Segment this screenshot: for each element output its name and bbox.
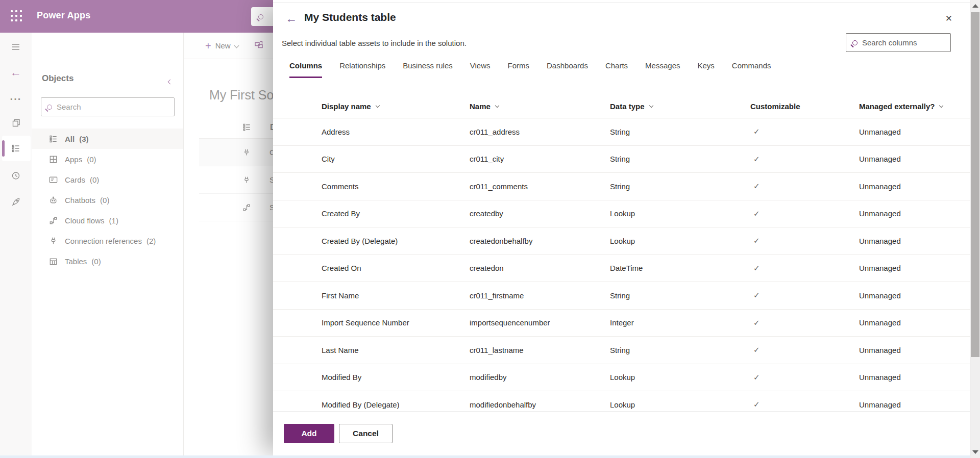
cell-display-name: Created By (Delegate) (322, 237, 470, 245)
customizable-checkmark-icon: ✓ (750, 182, 859, 191)
cell-managed-externally: Unmanaged (859, 182, 970, 191)
power-apps-window: { "header": { "app_name": "Power Apps" }… (0, 0, 980, 458)
close-icon[interactable] (945, 13, 952, 24)
cell-display-name: Last Name (322, 346, 470, 354)
cell-managed-externally: Unmanaged (859, 291, 970, 300)
chevron-down-icon (375, 103, 379, 107)
cell-name: cr011_firstname (470, 291, 610, 300)
tab[interactable]: Dashboards (547, 61, 588, 78)
cell-data-type: String (610, 291, 750, 300)
back-arrow-icon[interactable] (285, 12, 297, 26)
vertical-scrollbar[interactable] (970, 0, 980, 458)
cell-data-type: Lookup (610, 209, 750, 218)
cell-display-name: Address (322, 128, 470, 136)
search-icon (852, 40, 857, 45)
cell-managed-externally: Unmanaged (859, 318, 970, 327)
cell-data-type: Integer (610, 318, 750, 327)
table-row[interactable]: City cr011_city String ✓ Unmanaged (273, 146, 970, 173)
cell-name: cr011_address (470, 128, 610, 136)
horizontal-scrollbar[interactable] (0, 455, 970, 458)
tab[interactable]: Columns (289, 61, 322, 78)
cell-data-type: String (610, 182, 750, 191)
cell-display-name: Import Sequence Number (322, 318, 470, 327)
customizable-checkmark-icon: ✓ (750, 127, 859, 136)
cell-managed-externally: Unmanaged (859, 264, 970, 272)
cell-managed-externally: Unmanaged (859, 128, 970, 136)
cell-display-name: Created On (322, 264, 470, 272)
column-header-customizable: Customizable (750, 102, 859, 111)
cell-managed-externally: Unmanaged (859, 373, 970, 381)
tab[interactable]: Relationships (339, 61, 385, 78)
customizable-checkmark-icon: ✓ (750, 345, 859, 354)
cell-data-type: Lookup (610, 400, 750, 409)
search-columns-input[interactable] (862, 38, 941, 47)
table-row[interactable]: Created By (Delegate) createdonbehalfby … (273, 227, 970, 255)
cell-name: createdon (470, 264, 610, 272)
table-row[interactable]: Import Sequence Number importsequencenum… (273, 310, 970, 337)
tab[interactable]: Charts (605, 61, 628, 78)
search-columns-box[interactable] (846, 33, 951, 52)
table-assets-dialog: My Students table Select individual tabl… (273, 0, 970, 455)
tab[interactable]: Commands (732, 61, 771, 78)
cancel-button[interactable]: Cancel (339, 424, 393, 443)
customizable-checkmark-icon: ✓ (750, 236, 859, 245)
cell-display-name: Modified By (322, 373, 470, 381)
tab[interactable]: Forms (508, 61, 530, 78)
table-row[interactable]: Comments cr011_comments String ✓ Unmanag… (273, 173, 970, 200)
cell-managed-externally: Unmanaged (859, 209, 970, 218)
cell-display-name: Created By (322, 209, 470, 218)
cell-data-type: String (610, 155, 750, 163)
customizable-checkmark-icon: ✓ (750, 373, 859, 382)
tab[interactable]: Messages (645, 61, 680, 78)
chevron-down-icon (495, 103, 499, 107)
chevron-down-icon (649, 103, 653, 107)
table-row[interactable]: Address cr011_address String ✓ Unmanaged (273, 118, 970, 146)
customizable-checkmark-icon: ✓ (750, 264, 859, 273)
table-row[interactable]: Modified By (Delegate) modifiedonbehalfb… (273, 391, 970, 411)
column-header-name[interactable]: Name (470, 102, 610, 111)
columns-table-header: Display name Name Data type Customizable… (273, 94, 970, 118)
chevron-down-icon (939, 103, 943, 107)
customizable-checkmark-icon: ✓ (750, 400, 859, 409)
cell-data-type: Lookup (610, 237, 750, 245)
asset-tabs: ColumnsRelationshipsBusiness rulesViewsF… (289, 61, 771, 78)
cell-name: cr011_comments (470, 182, 610, 191)
cell-display-name: Comments (322, 182, 470, 191)
table-row[interactable]: First Name cr011_firstname String ✓ Unma… (273, 282, 970, 310)
table-row[interactable]: Last Name cr011_lastname String ✓ Unmana… (273, 337, 970, 364)
cell-name: importsequencenumber (470, 318, 610, 327)
cell-name: modifiedonbehalfby (470, 400, 610, 409)
cell-managed-externally: Unmanaged (859, 400, 970, 409)
cell-managed-externally: Unmanaged (859, 155, 970, 163)
tab[interactable]: Keys (697, 61, 714, 78)
cell-name: createdonbehalfby (470, 237, 610, 245)
dialog-footer: Add Cancel (273, 411, 970, 455)
cell-name: createdby (470, 209, 610, 218)
scroll-down-arrow-icon[interactable] (972, 450, 978, 454)
cell-managed-externally: Unmanaged (859, 346, 970, 354)
column-header-managed-externally[interactable]: Managed externally? (859, 102, 970, 111)
cell-data-type: Lookup (610, 373, 750, 381)
customizable-checkmark-icon: ✓ (750, 291, 859, 300)
table-row[interactable]: Created On createdon DateTime ✓ Unmanage… (273, 255, 970, 283)
add-button[interactable]: Add (284, 424, 334, 443)
column-header-display-name[interactable]: Display name (322, 102, 470, 111)
cell-display-name: Modified By (Delegate) (322, 400, 470, 409)
cell-name: modifiedby (470, 373, 610, 381)
cell-data-type: DateTime (610, 264, 750, 272)
cell-name: cr011_lastname (470, 346, 610, 354)
cell-display-name: First Name (322, 291, 470, 300)
tab[interactable]: Views (470, 61, 491, 78)
dialog-title: My Students table (304, 11, 396, 23)
table-row[interactable]: Created By createdby Lookup ✓ Unmanaged (273, 200, 970, 228)
cell-data-type: String (610, 128, 750, 136)
customizable-checkmark-icon: ✓ (750, 155, 859, 164)
scrollbar-thumb[interactable] (971, 12, 979, 357)
cell-name: cr011_city (470, 155, 610, 163)
table-row[interactable]: Modified By modifiedby Lookup ✓ Unmanage… (273, 364, 970, 392)
tab[interactable]: Business rules (403, 61, 453, 78)
scroll-up-arrow-icon[interactable] (972, 4, 978, 8)
cell-data-type: String (610, 346, 750, 354)
column-header-data-type[interactable]: Data type (610, 102, 750, 111)
customizable-checkmark-icon: ✓ (750, 318, 859, 327)
